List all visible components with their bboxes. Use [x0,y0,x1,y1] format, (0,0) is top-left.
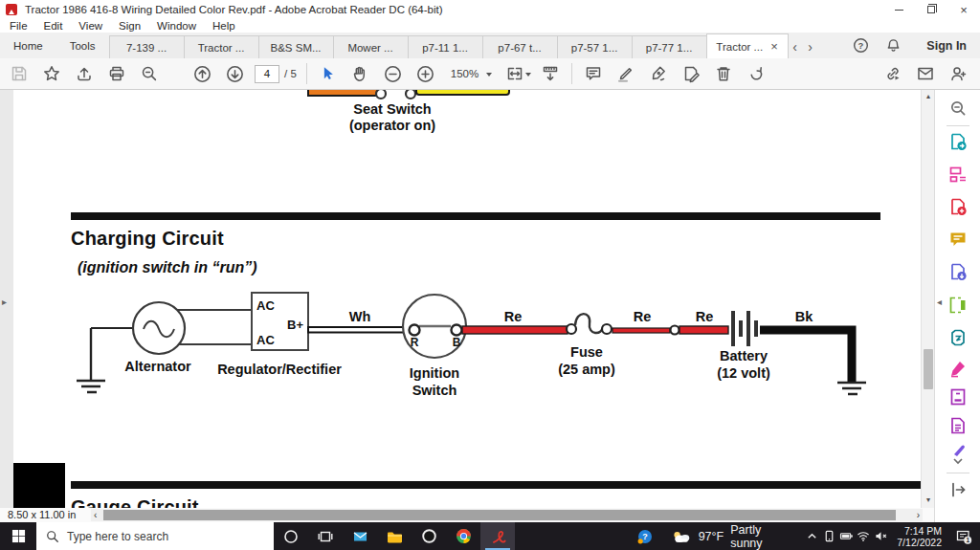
weather-widget[interactable]: 97°F Partly sunny [672,523,791,550]
notifications-bell-icon[interactable] [880,33,906,58]
previous-page-icon[interactable] [189,61,215,86]
share-person-icon[interactable] [945,61,970,86]
search-icon[interactable] [136,61,162,86]
collapse-tools-panel-icon[interactable]: ◂ [937,297,942,307]
highlight-icon[interactable] [612,61,638,86]
fit-width-icon[interactable] [501,61,527,86]
scroll-up-icon[interactable]: ▴ [922,92,935,100]
add-comment-icon[interactable] [948,230,968,249]
doc-tab-3[interactable]: B&S SM... [258,35,334,58]
minimize-button[interactable] [882,0,915,19]
tab-home[interactable]: Home [0,33,56,58]
help-icon[interactable]: ? [848,33,874,58]
restore-button[interactable] [915,0,947,19]
task-view-button[interactable] [308,522,343,550]
svg-text:?: ? [642,532,648,541]
redo-icon[interactable] [743,61,768,86]
menu-sign[interactable]: Sign [119,20,141,32]
comment-icon[interactable] [580,61,606,86]
acrobat-taskbar-button[interactable] [480,522,515,550]
star-bookmark-icon[interactable] [38,61,64,86]
more-tools-pen-icon[interactable] [948,440,968,459]
tab-close-icon[interactable]: × [770,42,778,52]
share-upload-icon[interactable] [71,61,97,86]
doc-tab-6[interactable]: p7-67 t... [482,35,558,58]
scroll-down-icon[interactable]: ▾ [922,495,935,504]
stamp-doc-icon[interactable] [948,387,968,407]
doc-tab-1[interactable]: 7-139 ... [109,35,185,58]
camera-ring-app-button[interactable] [412,522,446,550]
sign-in-button[interactable]: Sign In [913,39,980,53]
your-phone-icon[interactable] [820,522,837,550]
close-button[interactable]: × [947,0,980,19]
email-icon[interactable] [912,61,938,86]
doc-tab-active-label: Tractor ... [716,41,763,53]
horizontal-scrollbar[interactable]: ‹ › [91,509,923,521]
more-tools-chevron-icon[interactable] [948,457,968,467]
action-center-button[interactable]: 1 [947,522,980,550]
crop-edit-icon[interactable] [948,296,968,315]
vertical-scrollbar[interactable]: ▴ ▾ [921,90,934,508]
menu-edit[interactable]: Edit [44,20,63,32]
mail-app-button[interactable] [343,522,377,550]
tab-nav-left-icon[interactable]: ‹ [788,35,803,58]
weather-desc: Partly sunny [730,523,791,550]
create-pdf-icon[interactable] [948,197,968,216]
doc-tab-2[interactable]: Tractor ... [184,35,259,58]
expand-left-panel-icon[interactable]: ▸ [2,297,7,307]
combine-files-icon[interactable] [948,262,968,281]
start-button[interactable] [0,522,36,550]
export-pdf-icon[interactable] [948,132,968,151]
zoom-caret-icon[interactable] [486,73,492,79]
seat-switch-sublabel: (operator on) [349,118,435,133]
tab-nav-right-icon[interactable]: › [803,35,818,58]
save-icon[interactable] [6,61,32,86]
wire-red-3 [679,326,728,334]
doc-tab-8[interactable]: p7-77 1... [632,35,707,58]
battery-icon[interactable] [837,522,855,550]
delete-trash-icon[interactable] [710,61,736,86]
fit-caret-icon[interactable] [525,73,531,79]
scroll-right-icon[interactable]: › [917,509,920,521]
fill-sign-icon[interactable] [948,359,968,378]
alternator-to-regulator-wires [177,310,252,344]
zoom-level-select[interactable]: 150% [451,68,479,79]
menu-help[interactable]: Help [212,20,235,32]
doc-tab-active[interactable]: Tractor ... × [706,33,789,58]
taskbar-clock[interactable]: 7:14 PM 7/12/2022 [897,525,942,548]
vertical-scrollbar-thumb[interactable] [924,349,933,389]
hand-tool-icon[interactable] [347,61,373,86]
edit-pdf-icon[interactable] [678,61,703,86]
wifi-icon[interactable] [855,522,872,550]
taskbar-search-input[interactable]: Type here to search [36,522,274,550]
doc-tab-7[interactable]: p7-57 1... [557,35,633,58]
menu-window[interactable]: Window [157,20,196,32]
menu-file[interactable]: File [10,20,28,32]
select-tool-icon[interactable] [315,61,341,86]
organize-pages-icon[interactable] [948,165,968,184]
next-page-icon[interactable] [222,61,248,86]
rich-doc-icon[interactable] [948,416,968,435]
file-explorer-button[interactable] [377,522,412,550]
share-link-icon[interactable] [880,61,905,86]
tab-tools[interactable]: Tools [56,33,109,58]
doc-tab-4[interactable]: Mower ... [333,35,409,58]
search-tools-icon[interactable] [948,99,968,118]
zoom-in-icon[interactable] [412,61,438,86]
scroll-left-icon[interactable]: ‹ [94,509,97,521]
cortana-button[interactable] [274,522,308,550]
chrome-button[interactable] [446,522,480,550]
open-tools-pane-icon[interactable] [948,480,968,499]
scrolling-mode-icon[interactable] [537,61,563,86]
print-icon[interactable] [103,61,129,86]
compress-pdf-icon[interactable] [948,328,968,347]
page-number-input[interactable]: 4 [255,65,279,83]
get-help-button[interactable]: ? [628,522,662,550]
volume-muted-icon[interactable] [872,522,889,550]
horizontal-scrollbar-thumb[interactable] [103,510,896,520]
zoom-out-icon[interactable] [380,61,406,86]
doc-tab-5[interactable]: p7-11 1... [408,35,483,58]
tray-chevron-icon[interactable] [803,522,820,550]
menu-view[interactable]: View [78,20,102,32]
sign-pen-icon[interactable] [645,61,671,86]
